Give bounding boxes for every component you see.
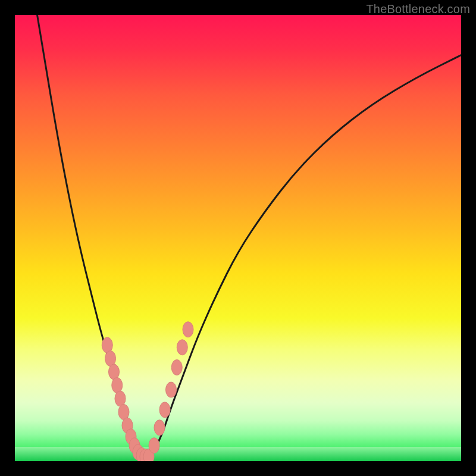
data-marker bbox=[149, 438, 159, 453]
data-marker bbox=[177, 340, 187, 355]
plot-area bbox=[15, 15, 461, 461]
watermark-text: TheBottleneck.com bbox=[366, 2, 470, 16]
data-markers bbox=[102, 322, 193, 461]
chart-container: TheBottleneck.com bbox=[0, 0, 476, 476]
data-marker bbox=[159, 402, 170, 418]
data-marker bbox=[154, 420, 165, 436]
bottleneck-curve bbox=[37, 15, 462, 457]
data-marker bbox=[166, 382, 177, 397]
data-marker bbox=[171, 360, 182, 375]
curve-layer bbox=[15, 15, 461, 461]
data-marker bbox=[183, 322, 193, 337]
